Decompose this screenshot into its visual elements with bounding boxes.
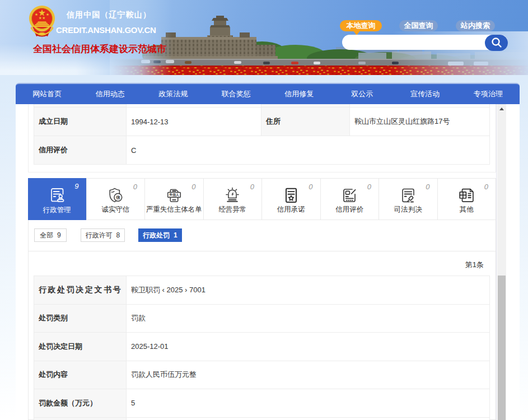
svg-text:失信人: 失信人	[169, 193, 179, 197]
svg-text:信: 信	[115, 195, 120, 200]
